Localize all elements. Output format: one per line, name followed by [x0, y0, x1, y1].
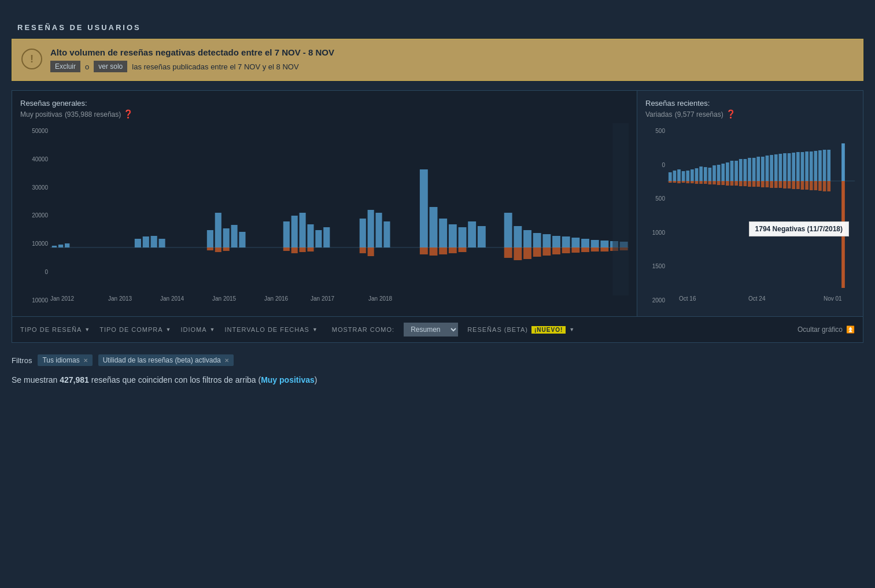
svg-rect-133 — [770, 181, 773, 188]
svg-rect-18 — [323, 227, 330, 247]
svg-rect-82 — [712, 165, 716, 181]
svg-rect-8 — [207, 230, 213, 247]
x-label-2015: Jan 2015 — [212, 295, 236, 302]
svg-rect-1 — [52, 246, 57, 247]
mostrar-select[interactable]: Resumen Por fecha Por idioma — [404, 323, 458, 336]
svg-rect-19 — [360, 219, 366, 247]
beta-badge-container: RESEÑAS (BETA) ¡NUEVO! ▼ — [467, 326, 575, 334]
svg-rect-28 — [468, 221, 476, 247]
svg-rect-113 — [682, 181, 685, 183]
svg-rect-36 — [562, 236, 570, 247]
svg-rect-26 — [449, 224, 457, 247]
svg-rect-27 — [459, 227, 467, 247]
y-label-10000: 10000 — [20, 241, 50, 247]
chevron-up-icon: ⏫ — [846, 326, 855, 334]
chart-right-label: Reseñas recientes: — [645, 99, 855, 108]
svg-rect-30 — [504, 213, 512, 247]
filter-tag-idiomas: Tus idiomas ✕ — [38, 354, 92, 366]
svg-rect-137 — [788, 181, 791, 188]
svg-rect-96 — [774, 154, 778, 181]
svg-rect-104 — [810, 151, 813, 181]
svg-rect-38 — [581, 239, 589, 247]
svg-rect-24 — [430, 207, 438, 247]
ry-500b: 500 — [645, 195, 667, 202]
svg-rect-107 — [823, 150, 826, 181]
svg-rect-91 — [752, 158, 756, 181]
svg-rect-102 — [801, 152, 804, 181]
view-only-button[interactable]: ver solo — [94, 61, 127, 72]
svg-rect-13 — [283, 221, 290, 247]
svg-rect-126 — [739, 181, 743, 186]
y-label-40000: 40000 — [20, 156, 50, 162]
svg-rect-79 — [699, 167, 703, 181]
svg-rect-80 — [704, 167, 707, 181]
svg-rect-81 — [708, 168, 712, 181]
filter-idioma[interactable]: IDIOMA ▼ — [180, 326, 215, 333]
svg-rect-92 — [756, 157, 760, 181]
summary-rating-link[interactable]: Muy positivas — [261, 375, 315, 384]
svg-rect-53 — [430, 247, 438, 256]
svg-rect-49 — [307, 247, 313, 252]
filter-intervalo[interactable]: INTERVALO DE FECHAS ▼ — [225, 326, 318, 333]
svg-rect-130 — [756, 181, 760, 187]
rx-nov01: Nov 01 — [824, 295, 842, 302]
svg-rect-37 — [571, 238, 579, 247]
svg-rect-4 — [135, 239, 141, 247]
svg-rect-117 — [699, 181, 703, 184]
svg-rect-87 — [734, 161, 738, 181]
svg-rect-134 — [774, 181, 778, 188]
rx-oct24: Oct 24 — [748, 295, 765, 302]
svg-rect-118 — [704, 181, 707, 184]
svg-rect-120 — [712, 181, 716, 184]
alert-box: ! Alto volumen de reseñas negativas dete… — [12, 39, 863, 81]
svg-rect-22 — [383, 221, 390, 247]
svg-rect-63 — [562, 247, 570, 253]
svg-rect-6 — [151, 236, 157, 247]
svg-rect-83 — [717, 165, 721, 181]
nuevo-badge: ¡NUEVO! — [531, 326, 566, 334]
svg-rect-115 — [691, 181, 694, 183]
filter-tipo-compra[interactable]: TIPO DE COMPRA ▼ — [99, 326, 171, 333]
svg-rect-9 — [215, 213, 221, 247]
x-label-2014: Jan 2014 — [160, 295, 184, 302]
svg-rect-67 — [600, 247, 608, 252]
svg-rect-142 — [810, 181, 813, 190]
svg-rect-146 — [827, 181, 830, 191]
svg-rect-11 — [231, 225, 238, 247]
svg-rect-5 — [143, 236, 149, 247]
svg-rect-135 — [778, 181, 782, 188]
alert-connector: o — [85, 62, 89, 71]
filter-tipo-resena[interactable]: TIPO DE RESEÑA ▼ — [20, 326, 90, 333]
svg-rect-90 — [748, 158, 751, 181]
svg-rect-2 — [58, 245, 63, 247]
svg-rect-51 — [368, 247, 374, 256]
alert-actions: Excluir o ver solo las reseñas publicada… — [50, 61, 854, 72]
svg-rect-7 — [159, 239, 165, 247]
svg-rect-97 — [778, 154, 782, 181]
alert-description: las reseñas publicadas entre el 7 NOV y … — [132, 62, 298, 71]
svg-rect-12 — [239, 232, 245, 247]
filters-bar: TIPO DE RESEÑA ▼ TIPO DE COMPRA ▼ IDIOMA… — [12, 317, 863, 343]
filter-tag-idiomas-close[interactable]: ✕ — [83, 357, 88, 364]
svg-rect-29 — [478, 226, 486, 247]
chart-left-rating: Muy positivas (935,988 reseñas) ❓ — [20, 109, 629, 119]
summary-text: Se muestran 427,981 reseñas que coincide… — [12, 375, 863, 384]
tipo-resena-arrow: ▼ — [84, 327, 90, 332]
svg-rect-136 — [783, 181, 787, 188]
hide-chart-button[interactable]: Ocultar gráfico ⏫ — [798, 326, 855, 334]
svg-rect-116 — [695, 181, 699, 184]
svg-rect-110 — [669, 181, 672, 183]
chart-right-rating: Variadas (9,577 reseñas) ❓ — [645, 109, 855, 119]
svg-rect-86 — [730, 161, 734, 181]
y-label-30000: 30000 — [20, 184, 50, 191]
svg-rect-114 — [686, 181, 689, 183]
svg-rect-72 — [669, 172, 672, 181]
filter-tag-utilidad-close[interactable]: ✕ — [224, 357, 229, 364]
alert-icon: ! — [21, 49, 42, 69]
svg-rect-15 — [300, 213, 306, 247]
svg-rect-10 — [223, 228, 230, 247]
intervalo-arrow: ▼ — [312, 327, 318, 332]
svg-rect-127 — [744, 181, 747, 186]
svg-rect-77 — [691, 169, 694, 181]
exclude-button[interactable]: Excluir — [50, 61, 80, 72]
